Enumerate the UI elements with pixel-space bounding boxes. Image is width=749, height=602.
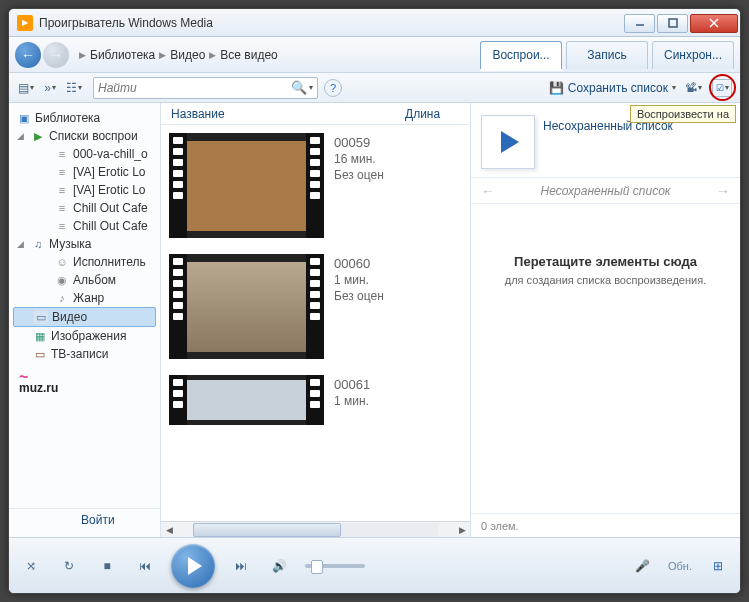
help-button[interactable]: ? [324,79,342,97]
artist-icon: ☺ [55,255,69,269]
drop-text-sub: для создания списка воспроизведения. [491,273,720,288]
search-input[interactable] [98,81,291,95]
close-button[interactable] [690,14,738,33]
tab-play[interactable]: Воспрои... [480,41,562,69]
switch-view-button[interactable]: ⊞ [706,554,730,578]
stream-menu[interactable]: » [39,77,61,99]
forward-button[interactable]: → [43,42,69,68]
sidebar-album[interactable]: ◉Альбом [9,271,160,289]
video-item[interactable]: 00061 1 мин. [161,367,470,433]
options-toggle[interactable]: ☑ [712,79,732,97]
sidebar-playlist-item[interactable]: ≡Chill Out Cafe [9,199,160,217]
search-icon[interactable]: 🔍 [291,80,307,95]
next-list-button[interactable]: → [716,183,730,199]
album-icon: ◉ [55,273,69,287]
sidebar-images[interactable]: ▦Изображения [9,327,160,345]
chevron-right-icon: ▶ [79,50,86,60]
titlebar: Проигрыватель Windows Media [9,9,740,37]
sidebar-video[interactable]: ▭Видео [13,307,156,327]
video-item[interactable]: 00060 1 мин. Без оцен [161,246,470,367]
update-button[interactable]: Обн. [668,560,692,572]
breadcrumb-video[interactable]: Видео [170,48,205,62]
collapse-icon[interactable]: ◢ [17,131,27,141]
window-title: Проигрыватель Windows Media [39,16,624,30]
tooltip: Воспроизвести на [630,105,736,123]
playlist-pane: Несохраненный список ← Несохраненный спи… [470,103,740,537]
drop-text-main: Перетащите элементы сюда [491,254,720,269]
video-item[interactable]: 00059 16 мин. Без оцен [161,125,470,246]
tab-burn[interactable]: Запись [566,41,648,69]
repeat-button[interactable]: ↻ [57,554,81,578]
sidebar-playlist-item[interactable]: ≡[VA] Erotic Lo [9,163,160,181]
scroll-thumb[interactable] [193,523,341,537]
video-id: 00059 [334,135,384,150]
h-scrollbar[interactable]: ◀ ▶ [161,521,470,537]
play-button[interactable] [171,544,215,588]
video-icon: ▭ [34,310,48,324]
sidebar-artist[interactable]: ☺Исполнитель [9,253,160,271]
chevron-down-icon[interactable]: ▾ [309,83,313,92]
video-thumbnail [169,254,324,359]
maximize-button[interactable] [657,14,688,33]
prev-list-button[interactable]: ← [481,183,495,199]
back-button[interactable]: ← [15,42,41,68]
playlist-subtitle: Несохраненный список [541,184,671,198]
video-id: 00061 [334,377,370,392]
playlist-nav: ← Несохраненный список → [471,178,740,204]
volume-slider[interactable] [305,564,365,568]
video-list: Название Длина 00059 16 мин. Без оцен [161,103,470,537]
genre-icon: ♪ [55,291,69,305]
item-count: 0 элем. [481,520,519,532]
view-menu[interactable]: ☷ [63,77,85,99]
shuffle-button[interactable]: ⤨ [19,554,43,578]
sidebar-muzru[interactable]: muz.ru [9,373,160,395]
sidebar-music[interactable]: ◢♫Музыка [9,235,160,253]
playlist-drop-zone[interactable]: Перетащите элементы сюда для создания сп… [471,204,740,513]
tab-sync[interactable]: Синхрон... [652,41,734,69]
breadcrumb-library[interactable]: Библиотека [90,48,155,62]
prev-button[interactable]: ⏮ [133,554,157,578]
sidebar-genre[interactable]: ♪Жанр [9,289,160,307]
image-icon: ▦ [33,329,47,343]
minimize-button[interactable] [624,14,655,33]
save-list-label: Сохранить список [568,81,668,95]
library-icon: ▣ [17,111,31,125]
video-duration: 16 мин. [334,152,384,166]
next-button[interactable]: ⏭ [229,554,253,578]
organize-menu[interactable]: ▤ [15,77,37,99]
scroll-left-icon[interactable]: ◀ [161,523,177,537]
breadcrumb: ▶ Библиотека ▶ Видео ▶ Все видео [79,48,480,62]
stop-button[interactable]: ■ [95,554,119,578]
save-list-button[interactable]: 💾 Сохранить список ▾ [549,81,676,95]
video-thumbnail [169,133,324,238]
list-icon: ≡ [55,183,69,197]
playlist-footer: 0 элем. [471,513,740,537]
video-duration: 1 мин. [334,273,384,287]
list-icon: ≡ [55,147,69,161]
sidebar: ▣Библиотека ◢▶Списки воспрои ≡000-va-chi… [9,103,161,537]
sidebar-tv[interactable]: ▭ТВ-записи [9,345,160,363]
tv-icon: ▭ [33,347,47,361]
col-length[interactable]: Длина [405,107,460,121]
sidebar-playlist-item[interactable]: ≡[VA] Erotic Lo [9,181,160,199]
sidebar-library[interactable]: ▣Библиотека [9,109,160,127]
video-thumbnail [169,375,324,425]
mute-button[interactable]: 🔊 [267,554,291,578]
music-icon: ♫ [31,237,45,251]
mic-button[interactable]: 🎤 [630,554,654,578]
col-name[interactable]: Название [171,107,405,121]
svg-rect-1 [669,19,677,27]
search-box: 🔍 ▾ [93,77,318,99]
save-icon: 💾 [549,81,564,95]
breadcrumb-all-video[interactable]: Все видео [220,48,277,62]
play-to-button[interactable]: 📽 [682,77,704,99]
chevron-right-icon: ▶ [209,50,216,60]
video-id: 00060 [334,256,384,271]
scroll-right-icon[interactable]: ▶ [454,523,470,537]
sidebar-playlists[interactable]: ◢▶Списки воспрои [9,127,160,145]
signin-link[interactable]: Войти [9,508,160,531]
collapse-icon[interactable]: ◢ [17,239,27,249]
sidebar-playlist-item[interactable]: ≡Chill Out Cafe [9,217,160,235]
sidebar-playlist-item[interactable]: ≡000-va-chill_o [9,145,160,163]
content-area: ▣Библиотека ◢▶Списки воспрои ≡000-va-chi… [9,103,740,537]
